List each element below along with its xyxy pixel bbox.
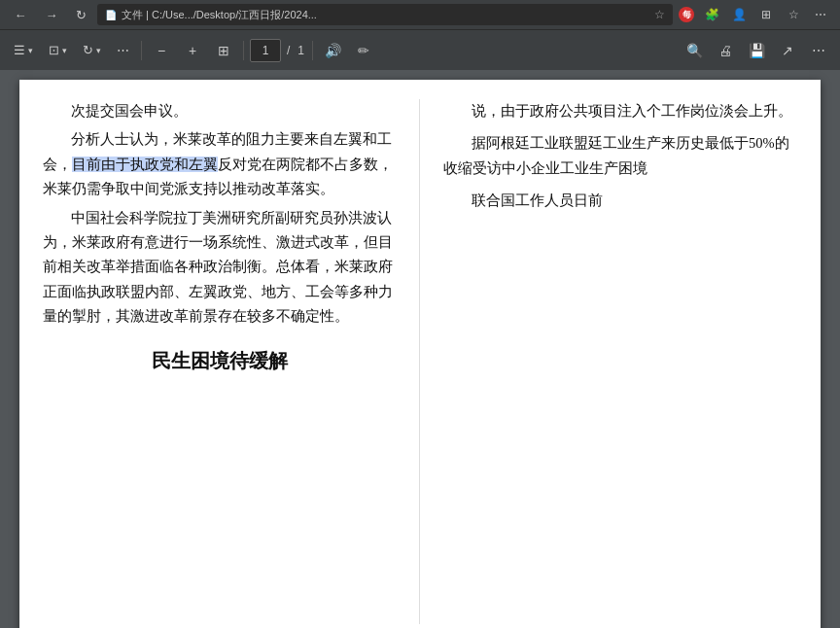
print-icon: 🖨 [718,43,732,58]
total-pages: 1 [298,44,304,57]
right-para-2: 据阿根廷工业联盟廷工业生产来历史最低于50%的收缩受访中小企业工业生产困境 [443,131,797,181]
sidebar-toggle-button[interactable]: ☰ ▾ [8,37,39,64]
pdf-page: 次提交国会申议。 分析人士认为，米莱改革的阻力主要来自左翼和工会，目前由于执政党… [19,80,821,628]
fit-page-button[interactable]: ⊞ [210,37,237,64]
separator-3 [312,41,313,60]
print-button[interactable]: 🖨 [712,37,739,64]
pencil-icon: ✏ [358,43,369,58]
profile-button[interactable]: 👤 [727,4,751,25]
save-button[interactable]: 💾 [743,37,770,64]
minus-icon: − [158,43,165,58]
right-column: 说，由于政府公共项目注入个工作岗位淡会上升。 据阿根廷工业联盟廷工业生产来历史最… [420,99,821,624]
separator-2 [243,41,244,60]
rotate-button[interactable]: ↻ ▾ [77,37,107,64]
sidebar-icon: ☰ [14,43,25,57]
right-para-3: 联合国工作人员日前 [443,189,797,213]
speaker-icon: 🔊 [325,43,341,58]
puzzle-icon: 🧩 [705,8,719,21]
pdf-toolbar: ☰ ▾ ⊡ ▾ ↻ ▾ ⋯ − + ⊞ / 1 🔊 ✏ 🔍 🖨 💾 ↗ [0,29,840,70]
favicon: 每 [679,7,694,22]
search-icon: 🔍 [686,43,703,58]
address-star-icon[interactable]: ☆ [654,8,665,21]
share-icon: ↗ [782,43,793,58]
zoom-in-button[interactable]: + [179,37,206,64]
rotate-arrow-icon: ▾ [96,46,101,55]
page-number-input[interactable] [250,39,281,62]
search-button[interactable]: 🔍 [681,37,708,64]
save-icon: 💾 [749,43,765,58]
left-para-3: 中国社会科学院拉丁美洲研究所副研究员孙洪波认为，米莱政府有意进行一场系统性、激进… [43,206,396,330]
section-heading: 民生困境待缓解 [43,344,396,378]
more-button[interactable]: ⋯ [809,4,832,25]
address-text: 文件 | C:/Use.../Desktop/江西日报/2024... [122,8,649,22]
file-icon: 📄 [105,10,117,20]
titlebar: ← → ↻ 📄 文件 | C:/Use.../Desktop/江西日报/2024… [0,0,840,29]
fit-arrow-icon: ▾ [62,46,67,55]
more-actions-button[interactable]: ⋯ [805,37,832,64]
plus-icon: + [189,43,196,58]
extensions-button[interactable]: 🧩 [700,4,723,25]
reload-icon: ↻ [76,8,87,22]
selected-text: 目前由于执政党和左翼 [72,157,218,172]
draw-button[interactable]: ✏ [350,37,377,64]
more-icon: ⋯ [815,8,826,21]
forward-icon: → [46,8,58,22]
back-button[interactable]: ← [8,4,33,25]
left-para-1: 次提交国会申议。 [43,99,396,123]
more-actions-icon: ⋯ [812,43,825,58]
sidebar-arrow-icon: ▾ [28,46,33,55]
star-icon: ☆ [788,8,799,21]
share-button[interactable]: ↗ [774,37,801,64]
forward-button[interactable]: → [39,4,64,25]
rotate-icon: ↻ [83,43,93,57]
right-para-1: 说，由于政府公共项目注入个工作岗位淡会上升。 [443,99,797,123]
favorites-button[interactable]: ☆ [782,4,805,25]
person-icon: 👤 [732,8,747,21]
fit-icon: ⊡ [49,43,59,57]
left-column: 次提交国会申议。 分析人士认为，米莱改革的阻力主要来自左翼和工会，目前由于执政党… [19,99,420,624]
pdf-area: 次提交国会申议。 分析人士认为，米莱改革的阻力主要来自左翼和工会，目前由于执政党… [0,70,840,628]
back-icon: ← [15,8,27,22]
more-tools-button[interactable]: ⋯ [111,37,135,64]
collection-icon: ⊞ [761,8,771,21]
more-tools-icon: ⋯ [117,43,129,57]
reload-button[interactable]: ↻ [70,4,91,25]
fit-page-icon: ⊞ [218,43,229,58]
separator-1 [141,41,142,60]
read-aloud-button[interactable]: 🔊 [319,37,346,64]
collections-button[interactable]: ⊞ [754,4,778,25]
titlebar-actions: 🧩 👤 ⊞ ☆ ⋯ [700,4,832,25]
zoom-out-button[interactable]: − [148,37,175,64]
fit-button[interactable]: ⊡ ▾ [43,37,73,64]
page-separator: / [287,44,290,57]
address-bar[interactable]: 📄 文件 | C:/Use.../Desktop/江西日报/2024... ☆ [97,4,673,25]
left-para-2: 分析人士认为，米莱改革的阻力主要来自左翼和工会，目前由于执政党和左翼反对党在两院… [43,127,396,201]
